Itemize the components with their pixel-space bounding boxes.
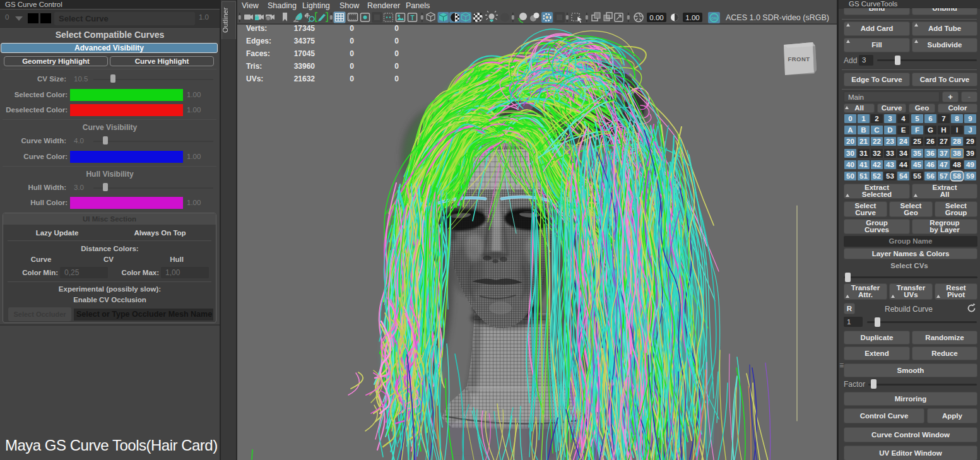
svg-text:0.00: 0.00 [649,14,663,21]
svg-text:1.00: 1.00 [685,14,699,21]
svg-text:ON: ON [711,16,717,20]
svg-text:T: T [410,15,414,21]
svg-text:ACES 1.0 SDR-video (sRGB): ACES 1.0 SDR-video (sRGB) [726,13,829,22]
svg-text:FRONT: FRONT [788,56,810,62]
